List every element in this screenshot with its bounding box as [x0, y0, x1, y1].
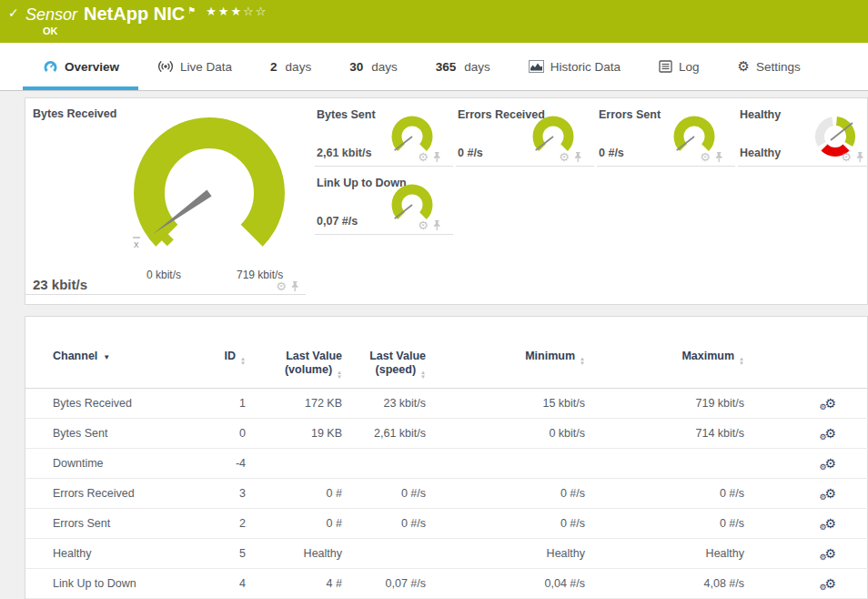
cell-maximum: 0 #/s	[590, 509, 750, 539]
column-header-actions	[750, 335, 868, 389]
column-header-maximum[interactable]: Maximum▲▼	[590, 335, 750, 389]
gauges-panel: Bytes Received x 0 kbit/s 719 kbit/s 23 …	[25, 97, 868, 305]
cell-minimum: 0 kbit/s	[431, 419, 590, 449]
gear-icon[interactable]: ⚙	[841, 150, 852, 164]
gauge-tools: ⚙	[418, 150, 442, 164]
gear-icon: ⚙	[819, 462, 826, 472]
gauge-errors-sent[interactable]: Errors Sent 0 #/s ⚙	[597, 98, 735, 167]
column-header-minimum[interactable]: Minimum▲▼	[431, 335, 590, 389]
tab-overview[interactable]: Overview	[23, 43, 138, 90]
column-header-id[interactable]: ID▲▼	[198, 335, 251, 389]
channel-settings-icon[interactable]: ⚙⚙	[824, 456, 836, 471]
gauge-link-up-to-down[interactable]: Link Up to Down 0,07 #/s ⚙	[315, 167, 453, 235]
gauge-bytes-sent[interactable]: Bytes Sent 2,61 kbit/s ⚙	[315, 98, 453, 167]
gauge-icon	[42, 59, 58, 74]
gauge-tools: ⚙	[276, 279, 300, 293]
gauge-errors-received[interactable]: Errors Received 0 #/s ⚙	[456, 98, 594, 167]
tab-number: 30	[349, 60, 363, 74]
table-row: Link Up to Down 4 4 # 0,07 #/s 0,04 #/s …	[25, 569, 868, 599]
table-header-row: Channel▼ ID▲▼ Last Value (volume)▲▼ Last…	[25, 335, 868, 389]
channel-table-panel: Channel▼ ID▲▼ Last Value (volume)▲▼ Last…	[25, 316, 868, 599]
pin-icon[interactable]	[289, 280, 300, 292]
pin-icon[interactable]	[431, 151, 442, 163]
gear-icon[interactable]: ⚙	[559, 150, 570, 164]
column-header-last-value-speed[interactable]: Last Value (speed)▲▼	[348, 335, 431, 389]
gear-icon[interactable]: ⚙	[276, 279, 287, 293]
cell-actions: ⚙⚙	[750, 509, 868, 539]
log-icon	[659, 60, 672, 73]
cell-speed: 0 #/s	[348, 479, 431, 509]
gear-icon[interactable]: ⚙	[418, 150, 429, 164]
cell-actions: ⚙⚙	[750, 569, 868, 599]
tab-live-data[interactable]: Live Data	[138, 43, 251, 90]
cell-volume: Healthy	[251, 539, 348, 569]
channel-settings-icon[interactable]: ⚙⚙	[824, 486, 836, 501]
cell-speed: 23 kbit/s	[348, 389, 431, 419]
channel-settings-icon[interactable]: ⚙⚙	[824, 426, 836, 441]
cell-speed: 2,61 kbit/s	[348, 419, 431, 449]
gauge-value: 2,61 kbit/s	[317, 147, 371, 159]
cell-maximum	[590, 449, 750, 479]
pin-icon[interactable]	[572, 151, 583, 163]
cell-speed	[348, 539, 431, 569]
cell-channel: Link Up to Down	[25, 569, 198, 599]
sort-icon: ▲▼	[337, 371, 342, 380]
tab-label: days	[464, 60, 490, 74]
column-header-last-value-volume[interactable]: Last Value (volume)▲▼	[251, 335, 348, 389]
cell-volume: 172 KB	[251, 389, 348, 419]
tab-number: 2	[270, 60, 278, 74]
column-header-channel[interactable]: Channel▼	[25, 335, 198, 389]
sort-icon: ▲▼	[580, 357, 585, 366]
tab-365-days[interactable]: 365 days	[417, 43, 510, 90]
gauge-bytes-received[interactable]: Bytes Received x 0 kbit/s 719 kbit/s 23 …	[25, 98, 306, 295]
pin-icon[interactable]	[431, 219, 442, 231]
column-label: Last Value	[369, 350, 426, 362]
sensor-title-line: SensorNetApp NIC⚑★★★☆☆	[25, 4, 868, 25]
cell-minimum	[431, 449, 590, 479]
cell-volume: 4 #	[251, 569, 348, 599]
tab-settings[interactable]: ⚙ Settings	[719, 43, 820, 90]
cell-maximum: 4,08 #/s	[590, 569, 750, 599]
cell-id: 2	[198, 509, 251, 539]
column-label: Channel	[53, 350, 97, 362]
tab-30-days[interactable]: 30 days	[330, 43, 417, 90]
gauge-tools: ⚙	[418, 218, 442, 232]
cell-actions: ⚙⚙	[750, 419, 868, 449]
sensor-title: NetApp NIC	[84, 4, 185, 24]
primary-gauge: x	[127, 109, 293, 271]
gauge-title: Errors Sent	[599, 108, 661, 121]
sensor-header: ✓ SensorNetApp NIC⚑★★★☆☆ OK	[0, 0, 868, 43]
channel-settings-icon[interactable]: ⚙⚙	[824, 546, 836, 561]
pin-icon[interactable]	[854, 151, 865, 163]
channel-table: Channel▼ ID▲▼ Last Value (volume)▲▼ Last…	[25, 335, 868, 599]
tab-label: Historic Data	[550, 60, 621, 74]
status-check-icon: ✓	[8, 5, 19, 20]
cell-speed: 0 #/s	[348, 509, 431, 539]
channel-settings-icon[interactable]: ⚙⚙	[824, 516, 836, 531]
gear-icon: ⚙	[819, 583, 826, 592]
channel-settings-icon[interactable]: ⚙⚙	[824, 396, 836, 411]
content-area: Bytes Received x 0 kbit/s 719 kbit/s 23 …	[0, 91, 868, 599]
tab-label: days	[286, 60, 312, 74]
flag-icon[interactable]: ⚑	[187, 5, 196, 15]
gauge-title: Bytes Sent	[317, 108, 376, 121]
pin-icon[interactable]	[713, 151, 724, 163]
channel-settings-icon[interactable]: ⚙⚙	[824, 576, 836, 591]
gear-icon[interactable]: ⚙	[700, 150, 711, 164]
cell-actions: ⚙⚙	[750, 539, 868, 569]
column-label: ID	[225, 350, 237, 362]
small-gauges-grid: Bytes Sent 2,61 kbit/s ⚙	[315, 98, 868, 235]
tab-2-days[interactable]: 2 days	[251, 43, 330, 90]
column-label: Last Value	[286, 350, 342, 362]
cell-volume: 0 #	[251, 509, 348, 539]
settings-gear-icon: ⚙	[738, 58, 750, 75]
cell-actions: ⚙⚙	[750, 479, 868, 509]
cell-minimum: 0,04 #/s	[431, 569, 590, 599]
gear-icon[interactable]: ⚙	[418, 218, 429, 232]
prtg-sensor-page: ✓ SensorNetApp NIC⚑★★★☆☆ OK Overview Liv…	[0, 0, 868, 599]
priority-stars[interactable]: ★★★☆☆	[206, 5, 267, 18]
tab-log[interactable]: Log	[640, 43, 719, 90]
cell-id: 0	[198, 419, 251, 449]
gauge-healthy[interactable]: Healthy Healthy ⚙	[738, 98, 868, 167]
tab-historic-data[interactable]: Historic Data	[510, 43, 640, 90]
